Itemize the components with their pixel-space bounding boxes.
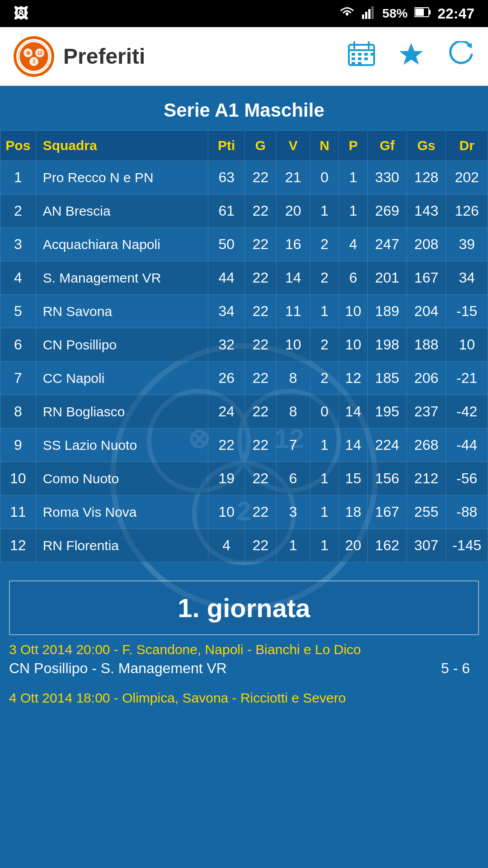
cell-pos: 7 bbox=[0, 362, 36, 395]
svg-rect-5 bbox=[429, 10, 431, 14]
cell-n: 1 bbox=[310, 295, 339, 328]
cell-v: 8 bbox=[276, 395, 310, 429]
cell-n: 1 bbox=[310, 529, 339, 562]
battery-percent: 58% bbox=[382, 6, 408, 21]
cell-dr: 10 bbox=[446, 328, 488, 362]
svg-marker-27 bbox=[399, 43, 423, 65]
cell-dr: -145 bbox=[446, 529, 488, 562]
table-row: 11 Roma Vis Nova 10 22 3 1 18 167 255 -8… bbox=[0, 495, 488, 529]
cell-g: 22 bbox=[245, 328, 276, 362]
cell-g: 22 bbox=[245, 429, 276, 462]
svg-text:12: 12 bbox=[37, 50, 42, 56]
cell-gf: 156 bbox=[367, 462, 407, 495]
match-entry: 3 Ott 2014 20:00 - F. Scandone, Napoli -… bbox=[0, 635, 488, 684]
cell-pos: 3 bbox=[0, 228, 36, 261]
cell-pti: 61 bbox=[208, 194, 245, 228]
cell-g: 22 bbox=[245, 261, 276, 295]
cell-pti: 63 bbox=[208, 161, 245, 194]
toolbar: ⊗ 12 2 Preferiti bbox=[0, 27, 488, 86]
cell-dr: -44 bbox=[446, 429, 488, 462]
cell-gs: 143 bbox=[407, 194, 446, 228]
signal-icon bbox=[362, 5, 375, 22]
cell-gf: 185 bbox=[367, 362, 407, 395]
table-row: 3 Acquachiara Napoli 50 22 16 2 4 247 20… bbox=[0, 228, 488, 261]
cell-v: 7 bbox=[276, 429, 310, 462]
cell-pos: 12 bbox=[0, 529, 36, 562]
cell-gs: 208 bbox=[407, 228, 446, 261]
refresh-icon[interactable] bbox=[447, 41, 474, 72]
col-p: P bbox=[339, 131, 368, 161]
calendar-icon[interactable] bbox=[348, 41, 375, 72]
svg-rect-21 bbox=[371, 53, 373, 56]
cell-p: 10 bbox=[339, 328, 368, 362]
cell-v: 10 bbox=[276, 328, 310, 362]
cell-team: Roma Vis Nova bbox=[36, 495, 208, 529]
cell-p: 14 bbox=[339, 395, 368, 429]
cell-v: 6 bbox=[276, 462, 310, 495]
cell-gf: 224 bbox=[367, 429, 407, 462]
cell-n: 0 bbox=[310, 395, 339, 429]
cell-gf: 330 bbox=[367, 161, 407, 194]
cell-pti: 4 bbox=[208, 529, 245, 562]
table-row: 8 RN Bogliasco 24 22 8 0 14 195 237 -42 bbox=[0, 395, 488, 429]
cell-dr: 126 bbox=[446, 194, 488, 228]
cell-dr: -21 bbox=[446, 362, 488, 395]
cell-pti: 24 bbox=[208, 395, 245, 429]
svg-rect-23 bbox=[358, 57, 361, 60]
cell-gs: 206 bbox=[407, 362, 446, 395]
cell-p: 18 bbox=[339, 495, 368, 529]
cell-p: 14 bbox=[339, 429, 368, 462]
cell-p: 20 bbox=[339, 529, 368, 562]
cell-p: 12 bbox=[339, 362, 368, 395]
cell-pti: 19 bbox=[208, 462, 245, 495]
cell-dr: -15 bbox=[446, 295, 488, 328]
cell-dr: 39 bbox=[446, 228, 488, 261]
star-icon[interactable] bbox=[398, 41, 425, 72]
giornata-header: 1. giornata bbox=[9, 580, 479, 635]
cell-gf: 201 bbox=[367, 261, 407, 295]
cell-n: 0 bbox=[310, 161, 339, 194]
cell-pti: 32 bbox=[208, 328, 245, 362]
cell-gf: 198 bbox=[367, 328, 407, 362]
section-title: Serie A1 Maschile bbox=[0, 86, 488, 130]
cell-gf: 195 bbox=[367, 395, 407, 429]
col-g: G bbox=[245, 131, 276, 161]
time-display: 22:47 bbox=[437, 5, 474, 22]
cell-g: 22 bbox=[245, 529, 276, 562]
svg-rect-1 bbox=[365, 12, 367, 19]
cell-pti: 50 bbox=[208, 228, 245, 261]
table-row: 5 RN Savona 34 22 11 1 10 189 204 -15 bbox=[0, 295, 488, 328]
cell-team: RN Bogliasco bbox=[36, 395, 208, 429]
match-score: 5 - 6 bbox=[441, 660, 470, 677]
col-gs: Gs bbox=[407, 131, 446, 161]
giornata-title: 1. giornata bbox=[178, 593, 310, 623]
col-v: V bbox=[276, 131, 310, 161]
cell-team: CC Napoli bbox=[36, 362, 208, 395]
cell-n: 1 bbox=[310, 462, 339, 495]
svg-rect-3 bbox=[371, 6, 374, 19]
cell-g: 22 bbox=[245, 194, 276, 228]
cell-team: RN Savona bbox=[36, 295, 208, 328]
main-content: ⊗ 12 2 Serie A1 Maschile Pos Squadra Pti… bbox=[0, 86, 488, 868]
cell-dr: -42 bbox=[446, 395, 488, 429]
cell-gs: 204 bbox=[407, 295, 446, 328]
svg-rect-6 bbox=[415, 9, 424, 16]
cell-g: 22 bbox=[245, 362, 276, 395]
cell-gs: 128 bbox=[407, 161, 446, 194]
col-pti: Pti bbox=[208, 131, 245, 161]
table-row: 1 Pro Recco N e PN 63 22 21 0 1 330 128 … bbox=[0, 161, 488, 194]
cell-gf: 247 bbox=[367, 228, 407, 261]
cell-n: 2 bbox=[310, 362, 339, 395]
cell-pti: 44 bbox=[208, 261, 245, 295]
cell-pti: 22 bbox=[208, 429, 245, 462]
match-teams-line: CN Posillipo - S. Management VR 5 - 6 bbox=[9, 660, 479, 677]
cell-pos: 8 bbox=[0, 395, 36, 429]
cell-v: 21 bbox=[276, 161, 310, 194]
svg-rect-18 bbox=[352, 53, 355, 56]
logo-inner: ⊗ 12 2 bbox=[16, 39, 52, 74]
col-pos: Pos bbox=[0, 131, 36, 161]
cell-team: SS Lazio Nuoto bbox=[36, 429, 208, 462]
screen-icon: 🖼 bbox=[14, 5, 28, 22]
wifi-icon bbox=[339, 5, 355, 22]
cell-pos: 1 bbox=[0, 161, 36, 194]
